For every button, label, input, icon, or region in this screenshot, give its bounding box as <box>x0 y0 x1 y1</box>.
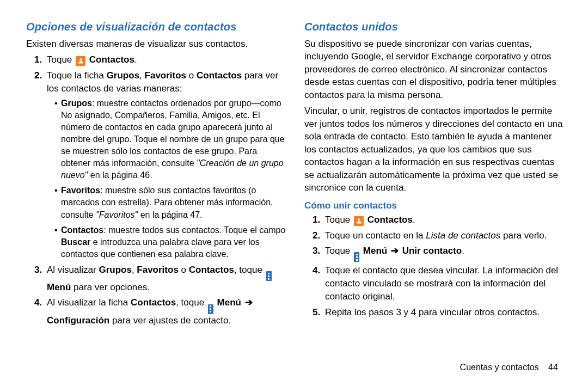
contacts-icon <box>354 216 364 226</box>
steps-list-right: Toque Contactos. Toque un contacto en la… <box>304 213 565 318</box>
step-2: Toque la ficha Grupos, Favoritos o Conta… <box>45 69 287 260</box>
r-step-2: Toque un contacto en la Lista de contact… <box>323 229 565 242</box>
s3b2: Favoritos <box>137 265 179 275</box>
s3c: , <box>132 265 137 275</box>
b2i: "Favoritos" <box>96 210 138 219</box>
s2d: o <box>186 70 197 81</box>
b3b2: Buscar <box>61 237 90 247</box>
manual-page: Opciones de visualización de contactos E… <box>0 0 588 392</box>
s4c: , toque <box>176 297 207 308</box>
steps-list-left: Toque Contactos. Toque la ficha Grupos, … <box>26 53 287 327</box>
rs3b1: Menú <box>363 246 387 256</box>
left-column: Opciones de visualización de contactos E… <box>26 21 287 353</box>
contacts-icon <box>76 56 85 66</box>
step1-post: . <box>134 54 137 65</box>
bullet-list: Grupos: muestre contactos ordenados por … <box>47 97 287 260</box>
step-4: Al visualizar la ficha Contactos, toque … <box>45 296 287 327</box>
b3t2: e introduzca una palabra clave para ver … <box>61 237 260 259</box>
section-heading-display-options: Opciones de visualización de contactos <box>26 21 287 33</box>
menu-icon <box>208 304 213 314</box>
b1t: : muestre contactos ordenados por grupo—… <box>61 99 285 168</box>
section-heading-joined-contacts: Contactos unidos <box>304 21 565 33</box>
s3d: o <box>179 265 189 275</box>
s3e: , toque <box>234 265 265 275</box>
s2c: , <box>139 70 144 81</box>
s2a: Toque la ficha <box>47 70 107 81</box>
page-footer: Cuentas y contactos 44 <box>26 353 565 372</box>
rs2b: para verlo. <box>500 230 547 241</box>
s2b2: Favoritos <box>145 70 187 81</box>
s4b3: Configuración <box>47 315 109 326</box>
r-step-5: Repita los pasos 3 y 4 para vincular otr… <box>323 306 565 319</box>
s2b3: Contactos <box>197 70 242 81</box>
b2p: en la página 47. <box>138 210 202 219</box>
r-step-3: Toque Menú ➔ Unir contacto. <box>323 244 565 262</box>
s3g: para ver opciones. <box>71 282 150 292</box>
s4d: para ver ajustes de contacto. <box>109 315 231 326</box>
step-1: Toque Contactos. <box>45 53 287 66</box>
s4a: Al visualizar la ficha <box>47 297 131 308</box>
rs3b2: Unir contacto <box>402 246 462 256</box>
step-3: Al visualizar Grupos, Favoritos o Contac… <box>45 264 287 295</box>
s3b1: Grupos <box>99 265 131 275</box>
right-p2: Vincular, o unir, registros de contactos… <box>304 105 565 194</box>
footer-section: Cuentas y contactos <box>460 363 539 372</box>
right-column: Contactos unidos Su dispositivo se puede… <box>304 21 565 353</box>
right-p1: Su dispositivo se puede sincronizar con … <box>304 38 565 101</box>
s2b1: Grupos <box>107 70 139 81</box>
r-step-4: Toque el contacto que desea vincular. La… <box>323 264 565 303</box>
subheading-how-to-join: Cómo unir contactos <box>304 200 565 211</box>
rs3a: Toque <box>325 246 353 256</box>
b3b: Contactos <box>61 225 103 235</box>
menu-icon <box>266 271 272 281</box>
b2b: Favoritos <box>61 186 100 195</box>
s3b3: Contactos <box>189 265 234 275</box>
rs1b: Contactos <box>367 215 413 225</box>
page-number: 44 <box>541 363 565 372</box>
b3t: : muestre todos sus contactos. Toque el … <box>103 225 285 235</box>
bullet-contactos: Contactos: muestre todos sus contactos. … <box>54 224 287 260</box>
bullet-grupos: Grupos: muestre contactos ordenados por … <box>54 97 287 182</box>
r-step-1: Toque Contactos. <box>323 213 565 226</box>
intro-text: Existen diversas maneras de visualizar s… <box>26 38 287 50</box>
s3a: Al visualizar <box>47 265 99 275</box>
rs1p: Toque <box>325 215 353 225</box>
arrow-icon: ➔ <box>244 297 254 308</box>
rs2a: Toque un contacto en la <box>325 230 426 241</box>
s4b1: Contactos <box>131 297 176 308</box>
s4b2: Menú <box>217 297 241 308</box>
b1p: en la página 46. <box>88 170 152 180</box>
rs2i: Lista de contactos <box>426 230 500 241</box>
rs3c: . <box>462 246 464 256</box>
rs1po: . <box>413 215 415 225</box>
b1b: Grupos <box>61 99 92 108</box>
arrow-icon: ➔ <box>390 246 400 256</box>
s3f: Menú <box>47 282 71 292</box>
menu-icon <box>354 252 359 262</box>
bullet-favoritos: Favoritos: muestre sólo sus contactos fa… <box>54 185 287 220</box>
step1-pre: Toque <box>47 54 75 65</box>
two-column-layout: Opciones de visualización de contactos E… <box>26 21 565 353</box>
step1-bold: Contactos <box>89 54 134 65</box>
